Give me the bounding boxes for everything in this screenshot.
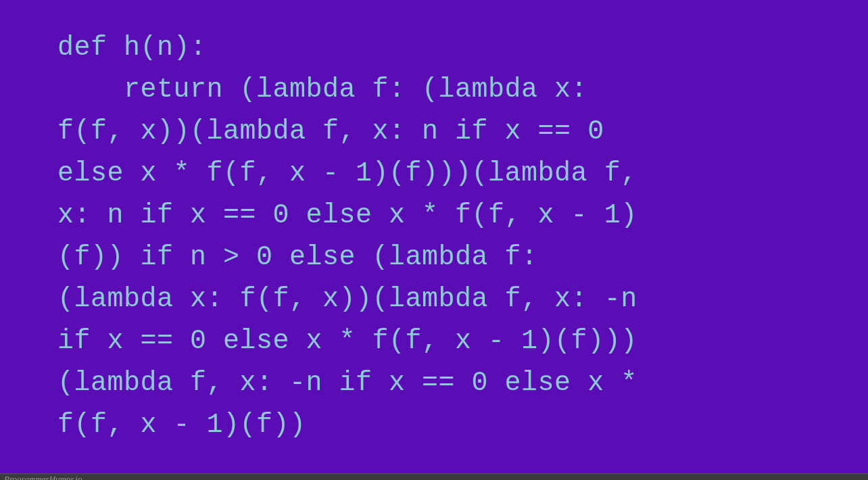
footer-bar: ProgrammerHumor.io bbox=[0, 473, 868, 480]
code-block: def h(n): return (lambda f: (lambda x: f… bbox=[57, 27, 637, 446]
watermark-text: ProgrammerHumor.io bbox=[4, 474, 82, 480]
code-container: def h(n): return (lambda f: (lambda x: f… bbox=[0, 0, 868, 473]
